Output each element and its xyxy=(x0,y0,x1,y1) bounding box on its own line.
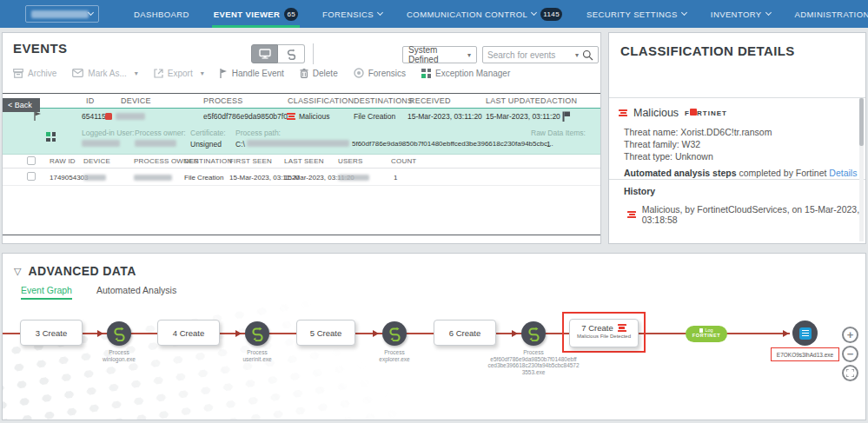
nav-event-viewer[interactable]: EVENT VIEWER 65 xyxy=(202,0,310,28)
nav-forensics[interactable]: FORENSICS xyxy=(310,0,394,28)
nav-security-settings[interactable]: SECURITY SETTINGS xyxy=(574,0,699,28)
arrowhead-icon xyxy=(783,330,789,337)
search-events-box[interactable]: ▾ xyxy=(482,46,599,63)
scrollbar-thumb[interactable] xyxy=(859,98,864,146)
col-received[interactable]: RECEIVED xyxy=(409,96,451,105)
mark-as-button[interactable]: Mark As...▾ xyxy=(72,69,137,78)
graph-node-6-create[interactable]: 6 Create xyxy=(434,320,496,346)
chevron-down-icon xyxy=(765,10,771,16)
details-link[interactable]: Details xyxy=(829,168,857,178)
event-row-selected[interactable]: 6541153 e5f60df786e9da9850b7f0... Malici… xyxy=(3,108,600,123)
raw-destination: File Creation xyxy=(184,174,223,182)
col-destination[interactable]: DESTINATION xyxy=(184,157,232,165)
col-destinations[interactable]: DESTINATIONS xyxy=(354,96,413,105)
fortinet-log-node[interactable]: Log FORTINET xyxy=(686,326,727,342)
col-raw-id[interactable]: RAW ID xyxy=(50,157,76,165)
automated-analysis-line: Automated analysis steps completed by Fo… xyxy=(624,168,857,178)
process-node-malware-hash[interactable] xyxy=(521,321,546,346)
back-button[interactable]: < Back xyxy=(3,98,40,112)
event-destinations: File Creation xyxy=(354,112,395,121)
process-node-winlogon[interactable] xyxy=(107,321,131,346)
malicious-icon xyxy=(287,113,295,121)
event-last-updated: 15-Mar-2023, 03:11:20 xyxy=(486,112,560,121)
nav-communication-control[interactable]: COMMUNICATION CONTROL 1145 xyxy=(394,0,574,28)
fit-to-screen-button[interactable] xyxy=(842,365,858,381)
graph-node-3-create[interactable]: 3 Create xyxy=(20,320,83,346)
process-owner-label: Process owner: xyxy=(135,129,186,137)
col-raw-device[interactable]: DEVICE xyxy=(83,157,110,165)
search-icon[interactable] xyxy=(582,50,593,61)
malicious-icon xyxy=(618,324,626,332)
monitor-icon xyxy=(259,49,271,59)
action-icon[interactable] xyxy=(562,111,571,122)
process-view-button[interactable] xyxy=(278,44,305,63)
view-mode-toggle xyxy=(251,44,314,64)
chevron-down-icon xyxy=(531,10,537,16)
col-classification[interactable]: CLASSIFICATION xyxy=(288,96,354,105)
archive-button[interactable]: Archive xyxy=(13,69,56,78)
col-count[interactable]: COUNT xyxy=(391,157,416,165)
graph-node-5-create[interactable]: 5 Create xyxy=(296,320,355,346)
col-users[interactable]: USERS xyxy=(338,157,363,165)
file-node[interactable] xyxy=(792,321,818,346)
row-checkbox[interactable] xyxy=(27,172,36,181)
graph-node-4-create[interactable]: 4 Create xyxy=(157,320,220,346)
event-viewer-count-badge: 65 xyxy=(284,8,298,21)
event-classification: Malicious xyxy=(299,112,329,121)
event-flag-icon[interactable] xyxy=(34,111,42,121)
raw-owner-redacted xyxy=(134,175,172,181)
process-label-userinit: Processuserinit.exe xyxy=(201,349,314,362)
export-button[interactable]: Export▾ xyxy=(154,69,204,78)
fit-icon xyxy=(846,369,854,377)
chevron-down-icon xyxy=(377,10,383,16)
graph-node-7-create[interactable]: 7 Create Malicious File Detected xyxy=(569,319,639,347)
handle-event-button[interactable]: Handle Event xyxy=(220,69,284,78)
col-last-updated[interactable]: LAST UPDATED xyxy=(486,96,547,105)
col-last-seen[interactable]: LAST SEEN xyxy=(284,157,324,165)
exception-manager-button[interactable]: Exception Manager xyxy=(421,69,510,78)
archive-icon xyxy=(13,69,23,78)
process-node-explorer[interactable] xyxy=(382,321,407,346)
fortinet-logo-icon xyxy=(8,7,10,22)
raw-table-header: RAW ID DEVICE PROCESS OWNER DESTINATION … xyxy=(3,155,600,169)
chevron-down-icon xyxy=(88,10,94,16)
zoom-in-button[interactable]: + xyxy=(842,327,858,343)
communication-control-count-badge: 1145 xyxy=(540,8,562,21)
process-node-userinit[interactable] xyxy=(245,321,269,346)
col-first-seen[interactable]: FIRST SEEN xyxy=(229,157,272,165)
process-path-label: Process path: xyxy=(235,129,281,137)
nav-administration[interactable]: ADMINISTRATION xyxy=(783,0,868,28)
raw-data-row[interactable]: 1749054303 File Creation 15-Mar-2023, 03… xyxy=(3,169,600,186)
events-table-header: ID DEVICE PROCESS CLASSIFICATION DESTINA… xyxy=(3,94,600,108)
classification-panel: CLASSIFICATION DETAILS Malicious FRTINET… xyxy=(608,32,866,244)
process-icon xyxy=(388,327,402,341)
environment-selector[interactable] xyxy=(25,5,99,23)
nav-inventory[interactable]: INVENTORY xyxy=(699,0,783,28)
zoom-out-button[interactable]: − xyxy=(842,346,858,362)
col-id[interactable]: ID xyxy=(86,96,94,105)
search-dropdown-arrow[interactable]: ▾ xyxy=(575,51,579,59)
device-view-button[interactable] xyxy=(251,44,278,63)
history-title: History xyxy=(624,186,655,196)
col-action[interactable]: ACTION xyxy=(547,96,577,105)
col-device[interactable]: DEVICE xyxy=(121,96,151,105)
search-input[interactable] xyxy=(487,50,572,60)
events-panel: EVENTS System Defined▾ ▾ Archive Mark As… xyxy=(2,32,601,244)
forensics-button[interactable]: Forensics xyxy=(354,68,406,78)
col-process[interactable]: PROCESS xyxy=(203,96,242,105)
event-filter-select[interactable]: System Defined▾ xyxy=(402,46,477,63)
malicious-icon xyxy=(619,109,627,117)
process-icon xyxy=(112,327,127,341)
arrowhead-icon xyxy=(97,330,103,337)
raw-data-items-value: 1 xyxy=(547,140,551,149)
select-all-checkbox[interactable] xyxy=(27,156,36,165)
raw-data-icon[interactable] xyxy=(46,132,56,142)
environment-name-redacted xyxy=(31,10,89,18)
delete-button[interactable]: Delete xyxy=(300,69,338,78)
threat-family: Threat family: W32 xyxy=(624,139,700,149)
certificate-label: Certificate: xyxy=(190,129,226,137)
event-received: 15-Mar-2023, 03:11:20 xyxy=(407,112,482,121)
divider xyxy=(609,179,865,180)
nav-dashboard[interactable]: DASHBOARD xyxy=(122,0,202,28)
file-icon xyxy=(799,327,812,340)
